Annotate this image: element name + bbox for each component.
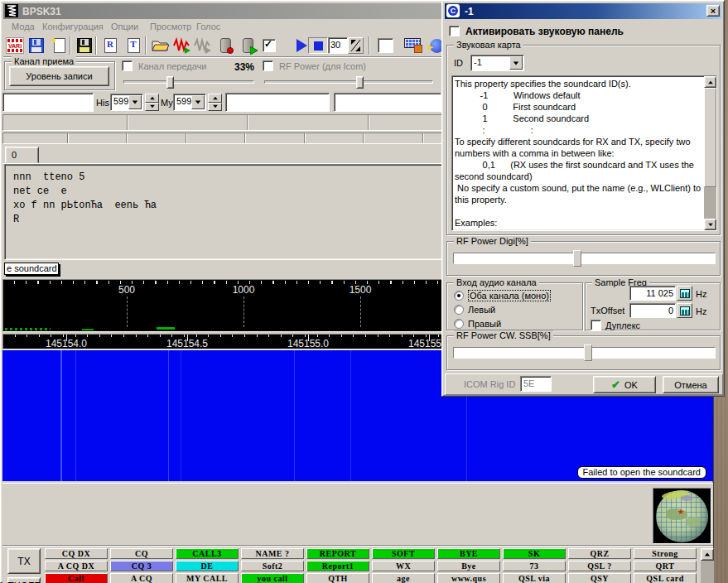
activate-sound-panel-checkbox[interactable] — [449, 26, 460, 36]
macro-button-www-qus[interactable]: www.qus — [437, 573, 500, 583]
cancel-button[interactable]: Отмена — [663, 376, 719, 393]
radio-both-channels[interactable]: Оба канала (моно) — [454, 290, 551, 301]
icom-rig-id-input[interactable]: 5E — [520, 376, 552, 392]
tx-window-icon[interactable]: T — [123, 36, 143, 55]
macro-button-cq-3[interactable]: CQ 3 — [110, 561, 173, 571]
duplex-checkbox[interactable] — [591, 320, 601, 330]
soundcard-dialog: C -1 × Активировать звуковую панель Звук… — [441, 0, 725, 397]
rx-window-icon[interactable]: R — [100, 36, 120, 55]
record-level-button[interactable]: Уровень записи — [9, 66, 109, 86]
name-input[interactable] — [225, 93, 330, 112]
save-icon[interactable] — [27, 36, 46, 55]
macro-button-qsl-[interactable]: QSL ? — [568, 561, 631, 571]
macro-button-qth[interactable]: QTH — [306, 573, 369, 583]
macro-button-bye[interactable]: Bye — [437, 561, 500, 571]
macro-button-call[interactable]: Call — [45, 573, 108, 583]
soundcard-tooltip-fragment: e soundcard — [4, 263, 59, 275]
macro-button-bye[interactable]: BYE — [437, 548, 500, 559]
rf-cw-slider-thumb[interactable] — [584, 344, 592, 361]
scroll-up-button[interactable] — [701, 548, 714, 561]
help-scroll-up[interactable] — [704, 76, 716, 88]
macro-button-soft[interactable]: SOFT — [372, 548, 435, 559]
record-device-icon[interactable] — [215, 36, 235, 55]
rx-tab-0[interactable]: 0 — [5, 147, 39, 163]
macro-button-name-[interactable]: NAME ? — [241, 548, 304, 559]
soundcard-id-dropdown[interactable] — [509, 56, 523, 70]
new-document-icon[interactable]: ✦ — [50, 36, 70, 55]
macro-button-call3[interactable]: CALL3 — [176, 548, 239, 559]
macro-button-qsy[interactable]: QSY — [568, 573, 631, 583]
vari-mode-button[interactable]: VARI — [5, 36, 25, 55]
save-log-icon[interactable] — [75, 36, 94, 55]
macro-button-cq[interactable]: CQ — [110, 548, 173, 559]
menu-item-5[interactable]: Голос — [196, 22, 220, 31]
txoffset-calc-button[interactable] — [677, 303, 692, 318]
tx-delay-spinner[interactable] — [348, 37, 364, 54]
his-rst-spinner[interactable] — [145, 94, 159, 111]
qth-input[interactable] — [334, 93, 441, 112]
macro-button-qsl-via[interactable]: QSL via — [503, 573, 566, 583]
macro-button-sk[interactable]: SK — [503, 548, 566, 559]
help-scrollbar[interactable] — [704, 76, 716, 230]
tx-delay-input[interactable]: 30 — [328, 37, 348, 54]
dialog-close-button[interactable]: × — [706, 5, 720, 17]
app-icon[interactable] — [5, 4, 18, 17]
macro-button-qsl-card[interactable]: QSL card — [634, 573, 697, 583]
macro-button-qrt[interactable]: QRT — [634, 561, 697, 571]
rf-digi-slider-track[interactable] — [453, 253, 716, 264]
record-wave-icon[interactable] — [172, 36, 192, 55]
macro-button-a-cq[interactable]: A CQ — [110, 573, 173, 583]
tx-channel-checkbox[interactable] — [122, 60, 133, 71]
help-scroll-down[interactable] — [704, 219, 716, 230]
callsign-input[interactable] — [2, 93, 94, 112]
rf-digi-slider-thumb[interactable] — [573, 250, 581, 267]
macro-button-wx[interactable]: WX — [372, 561, 435, 571]
rf-power-checkbox[interactable] — [263, 60, 273, 71]
my-rst-spinner[interactable] — [208, 94, 222, 111]
tx-level-slider-thumb[interactable] — [166, 76, 174, 89]
sample-freq-hz: Hz — [696, 289, 706, 299]
menu-item-1[interactable]: Мода — [12, 22, 35, 31]
tx-button[interactable]: TX — [7, 548, 41, 574]
macro-button-73[interactable]: 73 — [503, 561, 566, 571]
macro-button-you-call[interactable]: you call — [241, 573, 304, 583]
macro-button-my-call[interactable]: MY CALL — [176, 573, 239, 583]
tx-percent-label: 33% — [234, 61, 254, 73]
rf-power-slider[interactable] — [264, 80, 433, 84]
playback-device-icon[interactable] — [238, 36, 258, 55]
his-rst-dropdown[interactable] — [128, 95, 142, 109]
his-rst-combo[interactable]: 599 — [110, 94, 143, 111]
macro-button-de[interactable]: DE — [176, 561, 239, 571]
sample-freq-input[interactable]: 11 025 — [629, 286, 676, 301]
macro-button-report1[interactable]: Report1 — [306, 561, 369, 571]
rf-power-slider-thumb[interactable] — [356, 76, 364, 89]
macro-button-soft2[interactable]: Soft2 — [241, 561, 304, 571]
macro-button-a-cq-dx[interactable]: A CQ DX — [45, 561, 108, 571]
macro-button-report[interactable]: REPORT — [306, 548, 369, 559]
menu-item-4[interactable]: Просмотр — [150, 22, 191, 31]
macro-button-age[interactable]: age — [372, 573, 435, 583]
radio-right-channel[interactable]: Правый — [454, 319, 501, 329]
tx-stop-button[interactable] — [308, 37, 328, 54]
my-rst-dropdown[interactable] — [191, 95, 205, 109]
ok-button[interactable]: ✔ OK — [593, 376, 656, 393]
open-folder-icon[interactable] — [151, 36, 171, 55]
macro-scrollbar[interactable] — [701, 548, 714, 583]
radio-left-channel[interactable]: Левый — [454, 305, 495, 315]
menu-item-3[interactable]: Опции — [111, 22, 138, 31]
macro-button-strong[interactable]: Strong — [634, 548, 697, 559]
macro-button-cq-dx[interactable]: CQ DX — [45, 548, 108, 559]
txoffset-input[interactable]: 0 — [629, 303, 676, 318]
dialog-title-bar[interactable]: C -1 × — [445, 3, 721, 19]
tx-level-slider[interactable] — [123, 80, 254, 84]
macro-button-qrz[interactable]: QRZ — [568, 548, 631, 559]
sample-freq-calc-button[interactable] — [677, 286, 692, 301]
keyboard-save-icon[interactable] — [403, 36, 422, 55]
txoff-button[interactable]: TXOFF — [7, 577, 41, 583]
soundcard-help-box[interactable]: This property specifies the soundcard ID… — [451, 75, 717, 231]
my-rst-combo[interactable]: 599 — [173, 94, 206, 111]
option-checkbox-unchecked[interactable] — [378, 38, 393, 53]
menu-item-2[interactable]: Конфигурация — [42, 22, 104, 31]
af-checkbox-checked[interactable]: ✓ — [263, 39, 276, 52]
soundcard-id-combo[interactable]: -1 — [470, 55, 524, 71]
